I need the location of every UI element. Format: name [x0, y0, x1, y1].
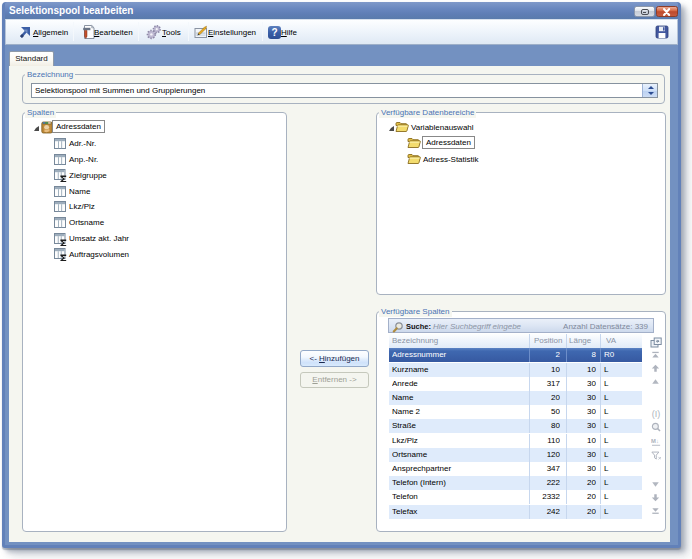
svg-text:M↓: M↓ — [651, 438, 659, 444]
